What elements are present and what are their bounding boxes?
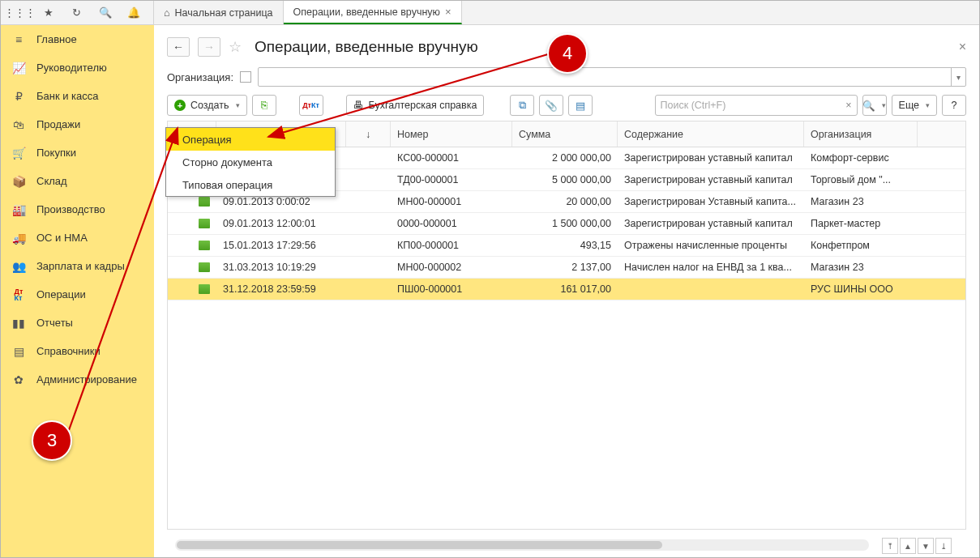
history-icon[interactable]: ↻ bbox=[66, 4, 88, 22]
cell-sum: 161 017,00 bbox=[512, 279, 618, 300]
cell-icon bbox=[168, 279, 216, 300]
chevron-down-icon: ▾ bbox=[236, 101, 240, 109]
cell-arrow bbox=[346, 147, 391, 168]
cell-number: КП00-000001 bbox=[391, 235, 512, 256]
sidebar-item-label: Банк и касса bbox=[36, 90, 99, 102]
th-sum[interactable]: Сумма bbox=[512, 121, 618, 147]
clear-icon[interactable]: × bbox=[845, 100, 851, 111]
sidebar-item-production[interactable]: 🏭Производство bbox=[1, 195, 154, 224]
org-select[interactable]: ▾ bbox=[258, 67, 966, 87]
callout-3: 3 bbox=[32, 420, 72, 461]
factory-icon: 🏭 bbox=[12, 203, 25, 216]
cell-org: Торговый дом "... bbox=[804, 169, 918, 190]
cell-desc: Зарегистрирован Уставный капита... bbox=[618, 191, 804, 212]
nav-back-button[interactable]: ← bbox=[167, 37, 190, 57]
sidebar-item-salary[interactable]: 👥Зарплата и кадры bbox=[1, 252, 154, 280]
dropdown-item-storno[interactable]: Сторно документа bbox=[166, 151, 335, 173]
sidebar-item-bank[interactable]: ₽Банк и касса bbox=[1, 82, 154, 110]
plus-icon: + bbox=[174, 100, 186, 111]
sidebar-item-sales[interactable]: 🛍Продажи bbox=[1, 110, 154, 138]
th-number[interactable]: Номер bbox=[391, 121, 512, 147]
sidebar-item-manager[interactable]: 📈Руководителю bbox=[1, 53, 154, 82]
table-row[interactable]: 31.03.2013 10:19:29МН00-0000022 137,00На… bbox=[168, 257, 965, 279]
cell-desc: Зарегистрирован уставный капитал bbox=[618, 213, 804, 234]
favorite-icon[interactable]: ☆ bbox=[229, 38, 242, 56]
table-row[interactable]: 15.01.2013 17:29:56КП00-000001493,15Отра… bbox=[168, 235, 965, 257]
search-input[interactable]: Поиск (Ctrl+F)× bbox=[655, 95, 858, 116]
cell-number: МН00-000002 bbox=[391, 257, 512, 278]
th-sort[interactable]: ↓ bbox=[346, 121, 391, 147]
box-icon: 📦 bbox=[12, 175, 25, 188]
attach-button[interactable]: 📎 bbox=[539, 95, 563, 116]
list-icon: ▤ bbox=[576, 100, 585, 112]
help-label: ? bbox=[952, 100, 957, 111]
star-icon[interactable]: ★ bbox=[37, 4, 60, 22]
scroll-last[interactable]: ⤓ bbox=[935, 538, 952, 554]
search-placeholder: Поиск (Ctrl+F) bbox=[661, 100, 726, 111]
chevron-down-icon: ▾ bbox=[951, 68, 965, 86]
scroll-up[interactable]: ▲ bbox=[900, 538, 916, 554]
sidebar-item-main[interactable]: ≡Главное bbox=[1, 25, 154, 53]
scroll-thumb[interactable] bbox=[177, 541, 662, 549]
apps-icon[interactable]: ⋮⋮⋮ bbox=[9, 4, 32, 22]
sidebar-item-assets[interactable]: 🚚ОС и НМА bbox=[1, 224, 154, 252]
sidebar-item-label: Главное bbox=[36, 33, 77, 45]
org-checkbox[interactable] bbox=[240, 71, 251, 83]
sidebar-item-stock[interactable]: 📦Склад bbox=[1, 167, 154, 195]
print-icon: 🖶 bbox=[353, 100, 364, 111]
nav-forward-button[interactable]: → bbox=[198, 37, 220, 57]
scroll-first[interactable]: ⤒ bbox=[882, 538, 898, 554]
menu-icon: ≡ bbox=[12, 33, 25, 46]
cell-arrow bbox=[346, 169, 391, 190]
sidebar-item-operations[interactable]: ДтКтОперации bbox=[1, 280, 154, 309]
doc-icon bbox=[199, 241, 210, 250]
cell-date: 31.12.2018 23:59:59 bbox=[216, 279, 346, 300]
close-icon[interactable]: × bbox=[445, 6, 451, 18]
sidebar-item-reports[interactable]: ▮▮Отчеты bbox=[1, 309, 154, 337]
dropdown-label: Операция bbox=[182, 134, 232, 146]
h-scrollbar[interactable] bbox=[175, 539, 869, 551]
close-page-button[interactable]: × bbox=[959, 40, 966, 54]
cell-org: РУС ШИНЫ ООО bbox=[804, 279, 918, 300]
cell-org: Паркет-мастер bbox=[804, 213, 918, 234]
link-button[interactable]: ⧉ bbox=[510, 95, 534, 116]
sidebar-item-refs[interactable]: ▤Справочники bbox=[1, 337, 154, 365]
tab-home[interactable]: ⌂ Начальная страница bbox=[154, 1, 284, 24]
cell-arrow bbox=[346, 279, 391, 300]
cell-icon bbox=[168, 257, 216, 278]
list-button[interactable]: ▤ bbox=[568, 95, 593, 116]
cell-number: ПШ00-000001 bbox=[391, 279, 512, 300]
help-button[interactable]: ? bbox=[942, 95, 966, 116]
sidebar: ≡Главное 📈Руководителю ₽Банк и касса 🛍Пр… bbox=[1, 25, 154, 557]
dropdown-item-operation[interactable]: Операция bbox=[166, 128, 335, 151]
table-row[interactable]: 09.01.2013 12:00:010000-0000011 500 000,… bbox=[168, 213, 965, 235]
dropdown-item-template[interactable]: Типовая операция bbox=[166, 173, 335, 196]
create-button[interactable]: +Создать▾ bbox=[167, 95, 247, 116]
doc-icon bbox=[199, 284, 210, 294]
th-desc[interactable]: Содержание bbox=[618, 121, 804, 147]
dtkt-icon: ДтКт bbox=[302, 102, 319, 109]
sidebar-item-label: Администрирование bbox=[36, 373, 137, 385]
tab-active-label: Операции, введенные вручную bbox=[293, 6, 440, 18]
cell-arrow bbox=[346, 235, 391, 256]
dtkt-button[interactable]: ДтКт bbox=[299, 95, 323, 116]
table-row[interactable]: 31.12.2018 23:59:59ПШ00-000001161 017,00… bbox=[168, 279, 965, 300]
search-icon[interactable]: 🔍 bbox=[94, 4, 117, 22]
th-org[interactable]: Организация bbox=[804, 121, 918, 147]
search-button[interactable]: 🔍▾ bbox=[862, 95, 887, 116]
cell-org: Магазин 23 bbox=[804, 191, 918, 212]
sidebar-item-purchases[interactable]: 🛒Покупки bbox=[1, 138, 154, 167]
bell-icon[interactable]: 🔔 bbox=[122, 4, 145, 22]
sidebar-item-admin[interactable]: ✿Администрирование bbox=[1, 365, 154, 394]
cell-sum: 2 137,00 bbox=[512, 257, 618, 278]
cell-number: МН00-000001 bbox=[391, 191, 512, 212]
scroll-down[interactable]: ▼ bbox=[918, 538, 934, 554]
cell-arrow bbox=[346, 191, 391, 212]
cell-arrow bbox=[346, 213, 391, 234]
tab-operations-manual[interactable]: Операции, введенные вручную × bbox=[284, 1, 462, 24]
copy-button[interactable]: ⎘ bbox=[252, 95, 276, 116]
more-button[interactable]: Еще▾ bbox=[892, 95, 937, 116]
cell-desc: Зарегистрирован уставный капитал bbox=[618, 147, 804, 168]
print-spravka-button[interactable]: 🖶Бухгалтерская справка bbox=[346, 95, 485, 116]
toolbar-row: +Создать▾ ⎘ ДтКт 🖶Бухгалтерская справка … bbox=[167, 95, 966, 116]
